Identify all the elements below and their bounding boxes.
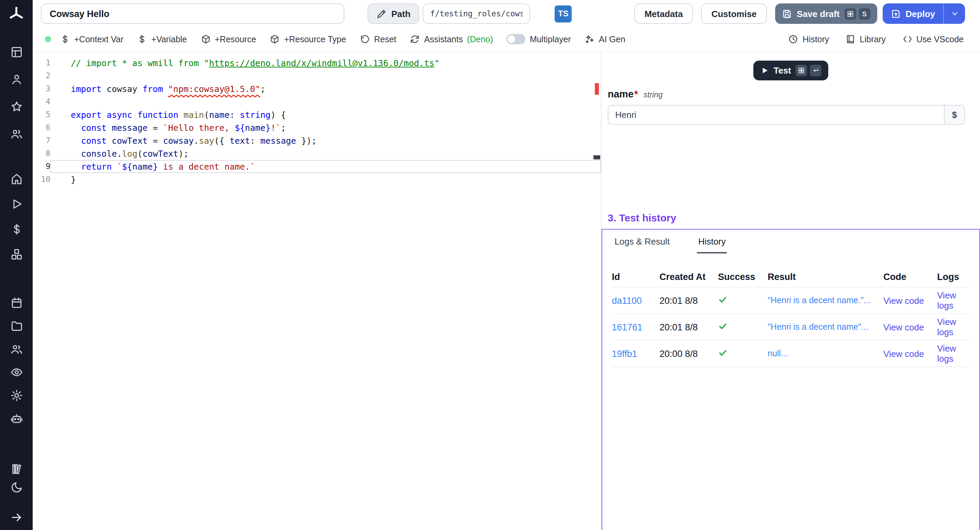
deploy-dropdown-button[interactable] — [943, 3, 965, 24]
test-row: Test — [601, 61, 980, 80]
path-input[interactable] — [423, 3, 530, 24]
windmill-logo[interactable] — [8, 5, 25, 23]
sidebar-item-books[interactable] — [7, 462, 26, 476]
gear-icon — [10, 389, 23, 402]
toolbar-variable[interactable]: +Variable — [137, 34, 187, 44]
line-content: import cowsay from "npm:cowsay@1.5.0"; — [50, 82, 601, 95]
sidebar-item-users[interactable] — [7, 127, 26, 141]
created-at: 20:01 8/8 — [659, 322, 718, 332]
col-logs: Logs — [937, 272, 970, 282]
toolbar-ai-gen[interactable]: AI Gen — [585, 34, 625, 44]
result-link[interactable]: "Henri is a decent name."... — [768, 296, 883, 305]
arg-name: name — [608, 89, 633, 99]
toolbar-multiplayer[interactable]: Multiplayer — [507, 34, 571, 44]
sidebar — [0, 0, 33, 530]
toolbar-use-vscode[interactable]: Use VScode — [902, 34, 964, 44]
job-id-link[interactable]: da1100 — [612, 295, 659, 305]
toolbar-label-ai-gen: AI Gen — [599, 34, 625, 44]
sidebar-item-folder[interactable] — [7, 319, 26, 333]
arg-value-input[interactable] — [608, 105, 944, 124]
tab-history[interactable]: History — [697, 235, 727, 254]
test-button[interactable]: Test — [753, 61, 829, 80]
windmill-script-editor: Path TS Metadata Customise Save draft S … — [0, 0, 980, 530]
view-logs-link[interactable]: View logs — [937, 290, 970, 311]
dollar-icon — [10, 223, 23, 236]
toolbar-assistants[interactable]: Assistants(Deno) — [410, 34, 493, 44]
topbar: Path TS Metadata Customise Save draft S … — [33, 0, 980, 27]
line-number: 9 — [33, 160, 50, 173]
sidebar-item-eye[interactable] — [7, 365, 26, 380]
sidebar-item-dollar[interactable] — [7, 222, 26, 236]
main-area: Path TS Metadata Customise Save draft S … — [33, 0, 980, 530]
sidebar-item-grid[interactable] — [7, 45, 26, 59]
toolbar-history[interactable]: History — [788, 34, 829, 44]
save-draft-button[interactable]: Save draft S — [775, 3, 877, 24]
job-id-link[interactable]: 161761 — [612, 322, 659, 332]
sidebar-item-star[interactable] — [7, 99, 26, 114]
toolbar-context-var[interactable]: +Context Var — [60, 34, 124, 44]
customise-button[interactable]: Customise — [701, 3, 767, 24]
sidebar-item-play[interactable] — [7, 197, 26, 211]
deploy-main[interactable]: Deploy — [882, 3, 943, 24]
code-editor[interactable]: 1// import * as wmill from "https://deno… — [33, 52, 601, 530]
toolbar-label-multiplayer: Multiplayer — [530, 34, 571, 44]
line-content: } — [50, 173, 601, 186]
result-link[interactable]: null... — [768, 349, 883, 358]
sidebar-item-home[interactable] — [7, 172, 26, 186]
calendar-icon — [10, 296, 23, 309]
sidebar-item-blocks[interactable] — [7, 247, 26, 262]
line-content: const cowText = cowsay.say({ text: messa… — [50, 134, 601, 147]
status-dot — [45, 36, 51, 42]
history-table: IdCreated AtSuccessResultCodeLogs da1100… — [612, 267, 970, 367]
sidebar-item-group[interactable] — [7, 342, 26, 356]
job-id-link[interactable]: 19ffb1 — [612, 348, 659, 359]
package-icon — [200, 34, 211, 44]
line-content: const message = `Hello there, ${name}!`; — [50, 121, 601, 134]
col-result: Result — [768, 272, 883, 282]
multiplayer-toggle[interactable] — [507, 34, 526, 44]
view-code-link[interactable]: View code — [883, 348, 937, 359]
refresh-icon — [410, 34, 420, 44]
sidebar-collapse-button[interactable] — [7, 510, 26, 524]
script-name-input[interactable] — [41, 3, 344, 24]
test-panel: Test name* string $ 3. Test history — [601, 52, 980, 530]
sidebar-item-calendar[interactable] — [7, 296, 26, 310]
result-link[interactable]: "Henri is a decent name"... — [768, 322, 883, 332]
toolbar-reset[interactable]: Reset — [360, 34, 396, 44]
toolbar-label-reset: Reset — [374, 34, 396, 44]
sidebar-item-robot[interactable] — [7, 412, 26, 426]
argument-block: name* string $ — [601, 89, 980, 125]
line-content: return `${name} is a decent name.` — [50, 160, 601, 173]
code-line-8: 8 console.log(cowText); — [33, 147, 601, 160]
view-code-link[interactable]: View code — [883, 295, 937, 305]
arg-input-wrap: $ — [608, 105, 965, 125]
user-icon — [10, 73, 23, 86]
deploy-icon — [891, 8, 901, 19]
line-content: console.log(cowText); — [50, 147, 601, 160]
users-icon — [10, 128, 23, 140]
toolbar-resource[interactable]: +Resource — [200, 34, 256, 44]
view-logs-link[interactable]: View logs — [937, 343, 970, 364]
tab-logs-result[interactable]: Logs & Result — [613, 235, 671, 254]
path-button[interactable]: Path — [368, 3, 419, 24]
metadata-button[interactable]: Metadata — [634, 3, 693, 24]
clock-icon — [788, 34, 799, 44]
check-icon — [718, 348, 727, 357]
toolbar-label-assistants: Assistants — [424, 34, 463, 44]
view-logs-link[interactable]: View logs — [937, 317, 970, 337]
variable-picker-button[interactable]: $ — [944, 105, 964, 124]
toolbar-resource-type[interactable]: +Resource Type — [270, 34, 346, 44]
robot-icon — [10, 412, 23, 425]
code-line-6: 6 const message = `Hello there, ${name}!… — [33, 121, 601, 134]
code-line-1: 1// import * as wmill from "https://deno… — [33, 57, 601, 69]
view-code-link[interactable]: View code — [883, 322, 937, 332]
error-marker — [595, 83, 599, 95]
sidebar-item-user[interactable] — [7, 72, 26, 86]
sidebar-item-moon[interactable] — [7, 480, 26, 495]
toolbar-library[interactable]: Library — [846, 34, 886, 44]
deploy-button[interactable]: Deploy — [882, 3, 965, 24]
toolbar-label-resource-type: +Resource Type — [284, 34, 346, 44]
home-icon — [10, 172, 23, 185]
line-number: 10 — [33, 173, 50, 186]
sidebar-item-gear[interactable] — [7, 388, 26, 402]
